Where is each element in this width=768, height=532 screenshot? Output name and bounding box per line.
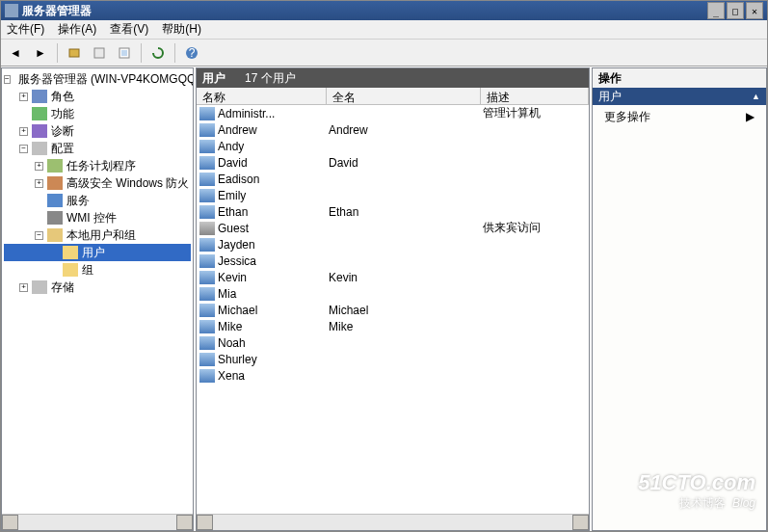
svg-text:?: ?: [189, 46, 196, 60]
user-icon: [199, 320, 215, 333]
toolbar-icon-3[interactable]: [114, 42, 135, 64]
table-row[interactable]: Xena: [197, 367, 589, 384]
menu-file[interactable]: 文件(F): [7, 21, 44, 38]
list-hscrollbar[interactable]: [197, 514, 589, 530]
menu-view[interactable]: 查看(V): [110, 21, 148, 38]
tree-diagnostics[interactable]: +诊断: [4, 122, 191, 140]
cell-name: Mike: [218, 320, 329, 333]
list-body[interactable]: Administr...管理计算机AndrewAndrewAndyDavidDa…: [197, 105, 589, 514]
firewall-icon: [47, 176, 63, 190]
table-row[interactable]: KevinKevin: [197, 269, 589, 285]
forward-icon[interactable]: ►: [30, 42, 51, 64]
tree-features[interactable]: 功能: [4, 105, 191, 122]
collapse-icon[interactable]: −: [4, 75, 11, 84]
task-icon: [47, 159, 63, 173]
table-row[interactable]: Emily: [197, 187, 589, 203]
tree-groups[interactable]: 组: [4, 261, 191, 279]
actions-more[interactable]: 更多操作 ▶: [593, 105, 766, 128]
tree-label: 高级安全 Windows 防火: [66, 175, 189, 192]
maximize-button[interactable]: □: [727, 2, 744, 19]
table-row[interactable]: Jayden: [197, 236, 589, 253]
user-icon: [199, 123, 215, 137]
user-icon: [199, 238, 215, 252]
scroll-track[interactable]: [18, 515, 176, 530]
back-icon[interactable]: ◄: [5, 42, 26, 64]
chevron-up-icon: ▲: [752, 92, 760, 101]
table-row[interactable]: MichaelMichael: [197, 302, 589, 318]
table-row[interactable]: DavidDavid: [197, 154, 589, 171]
cell-desc: 管理计算机: [483, 105, 589, 121]
close-button[interactable]: ✕: [746, 2, 763, 19]
separator: [174, 43, 175, 63]
svg-rect-3: [121, 50, 127, 56]
scroll-right-button[interactable]: [176, 515, 193, 530]
user-icon: [199, 222, 215, 235]
expand-icon[interactable]: +: [19, 127, 28, 136]
tree-users[interactable]: 用户: [4, 244, 191, 261]
col-header-full[interactable]: 全名: [327, 88, 481, 104]
actions-panel: 操作 用户 ▲ 更多操作 ▶: [592, 67, 767, 531]
tree-roles[interactable]: +角色: [4, 88, 191, 105]
tree-hscrollbar[interactable]: [2, 514, 193, 530]
help-icon[interactable]: ?: [181, 42, 202, 64]
table-row[interactable]: Administr...管理计算机: [197, 105, 589, 121]
table-row[interactable]: Andy: [197, 138, 589, 154]
tree-root[interactable]: −服务器管理器 (WIN-VP4KOMGQQ9: [4, 70, 191, 88]
tree-label: 服务: [66, 193, 90, 209]
tree-label: 本地用户和组: [66, 227, 136, 244]
table-row[interactable]: Eadison: [197, 171, 589, 187]
content-area: −服务器管理器 (WIN-VP4KOMGQQ9 +角色 功能 +诊断 −配置 +…: [1, 66, 767, 531]
expand-icon[interactable]: +: [35, 162, 43, 171]
cell-fullname: Michael: [329, 304, 483, 317]
tree-body[interactable]: −服务器管理器 (WIN-VP4KOMGQQ9 +角色 功能 +诊断 −配置 +…: [2, 68, 193, 514]
list-header-count: 17 个用户: [245, 70, 296, 87]
tree-wmi[interactable]: WMI 控件: [4, 209, 191, 226]
table-row[interactable]: Noah: [197, 334, 589, 351]
cell-name: Xena: [218, 369, 329, 383]
table-row[interactable]: Mia: [197, 285, 589, 302]
table-row[interactable]: Shurley: [197, 351, 589, 367]
toolbar-icon-2[interactable]: [89, 42, 110, 64]
menu-action[interactable]: 操作(A): [58, 21, 96, 38]
expand-icon[interactable]: +: [19, 93, 28, 101]
actions-selected[interactable]: 用户 ▲: [593, 88, 766, 105]
tree-local-users-groups[interactable]: −本地用户和组: [4, 226, 191, 244]
table-row[interactable]: MikeMike: [197, 318, 589, 334]
scroll-right-button[interactable]: [572, 515, 589, 530]
table-row[interactable]: Jessica: [197, 253, 589, 269]
tree-services[interactable]: 服务: [4, 192, 191, 209]
cell-name: David: [218, 156, 329, 170]
table-row[interactable]: Guest供来宾访问: [197, 220, 589, 236]
user-icon: [199, 271, 215, 284]
cell-name: Jayden: [218, 238, 329, 252]
table-row[interactable]: EthanEthan: [197, 203, 589, 220]
tree-config[interactable]: −配置: [4, 140, 191, 157]
expand-icon[interactable]: +: [35, 179, 43, 188]
add-icon[interactable]: [64, 42, 85, 64]
col-header-desc[interactable]: 描述: [481, 88, 589, 104]
minimize-button[interactable]: _: [707, 2, 725, 19]
actions-selected-label: 用户: [598, 89, 622, 105]
scroll-left-button[interactable]: [2, 515, 18, 530]
col-header-name[interactable]: 名称: [197, 88, 327, 104]
collapse-icon[interactable]: −: [35, 231, 43, 240]
tree-storage[interactable]: +存储: [4, 279, 191, 296]
tree-firewall[interactable]: +高级安全 Windows 防火: [4, 174, 191, 192]
cell-name: Shurley: [218, 353, 329, 366]
cell-name: Administr...: [218, 107, 329, 120]
scroll-left-button[interactable]: [197, 515, 213, 530]
collapse-icon[interactable]: −: [19, 145, 28, 153]
user-icon: [199, 287, 215, 301]
cell-fullname: David: [329, 156, 483, 170]
tree-task-scheduler[interactable]: +任务计划程序: [4, 157, 191, 174]
list-panel: 用户 17 个用户 名称 全名 描述 Administr...管理计算机Andr…: [196, 67, 590, 531]
scroll-track[interactable]: [213, 515, 572, 530]
cell-name: Ethan: [218, 205, 329, 219]
services-icon: [47, 194, 63, 207]
menu-help[interactable]: 帮助(H): [162, 21, 201, 38]
refresh-icon[interactable]: [147, 42, 169, 64]
table-row[interactable]: AndrewAndrew: [197, 121, 589, 138]
folder-icon: [63, 246, 78, 259]
expand-icon[interactable]: +: [19, 283, 28, 292]
features-icon: [32, 107, 47, 120]
